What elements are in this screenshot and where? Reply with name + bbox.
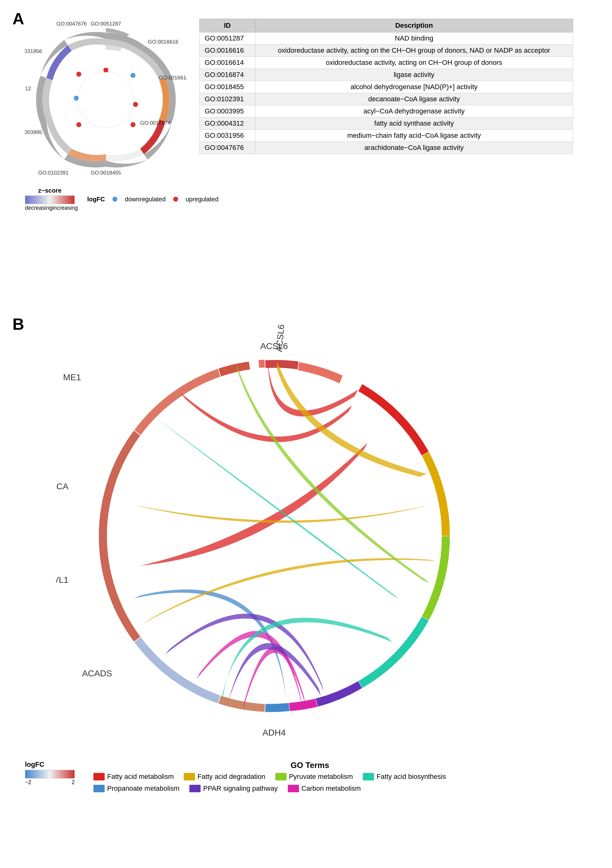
table-row: GO:0047676arachidonate−CoA ligase activi… (199, 142, 573, 154)
go-table: ID Description GO:0051287NAD bindingGO:0… (199, 19, 573, 154)
zscore-grad-labels: decreasing increasing (25, 205, 75, 211)
go-label-0102391: GO:0102391 (38, 170, 68, 176)
go-terms-label: GO Terms (291, 761, 329, 770)
legend-item-label: Propanoate metabolism (107, 784, 179, 792)
logfc-gradient-legend: logFC −2 2 (25, 761, 75, 786)
upregulated-dot (173, 197, 178, 202)
table-cell-description: arachidonate−CoA ligase activity (255, 142, 573, 154)
table-row: GO:0016616oxidoreductase activity, actin… (199, 45, 573, 57)
go-label-0016614: GO:0016614 (159, 75, 187, 81)
legend-item-label: Fatty acid metabolism (107, 773, 174, 781)
table-cell-id: GO:0016874 (199, 69, 255, 81)
logfc-gradient-bar (25, 770, 75, 778)
gene-label-elovl1: ELOVL1 (56, 575, 68, 585)
svg-point-4 (130, 122, 136, 127)
legend-color-box (288, 785, 299, 792)
legend-color-box (363, 773, 374, 780)
chord-diagram: ACSL6 ME1 ACACA ELOVL1 ACADS ADH4 ACSL6 (56, 318, 492, 754)
legend-color-box (189, 785, 201, 792)
gene-label-adh4: ADH4 (263, 728, 286, 738)
svg-point-9 (93, 355, 455, 717)
gene-label-acads: ACADS (82, 668, 112, 678)
legend-a: z−score decreasing increasing logFC down… (25, 187, 219, 211)
table-cell-description: fatty acid synthase activity (255, 118, 573, 130)
circular-go-diagram: GO:0051287 GO:0016616 GO:0016614 GO:0016… (25, 19, 187, 181)
legend-item-label: Fatty acid biosynthesis (377, 773, 446, 781)
svg-point-8 (79, 72, 133, 127)
go-label-0004312: GO:0004312 (25, 86, 31, 91)
svg-point-6 (74, 96, 79, 101)
legend-item: Fatty acid biosynthesis (363, 773, 446, 781)
legend-item: Propanoate metabolism (93, 784, 179, 792)
downregulated-label: downregulated (125, 196, 166, 203)
legend-color-box (184, 773, 195, 780)
legend-item-label: Carbon metabolism (301, 784, 361, 792)
table-cell-id: GO:0004312 (199, 118, 255, 130)
legend-color-box (275, 773, 286, 780)
downregulated-dot (113, 197, 117, 202)
legend-item-label: PPAR signaling pathway (203, 784, 278, 792)
table-cell-id: GO:0031956 (199, 130, 255, 142)
legend-color-box (93, 785, 105, 792)
go-label-0016874: GO:0016874 (140, 120, 170, 126)
table-cell-description: alcohol dehydrogenase [NAD(P)+] activity (255, 81, 573, 93)
go-label-0016616: GO:0016616 (148, 39, 178, 45)
panel-a-label: A (12, 9, 24, 28)
go-label-0003995: GO:0003995 (25, 129, 42, 135)
table-cell-description: NAD binding (255, 33, 573, 45)
gene-label-me1: ME1 (63, 372, 81, 382)
svg-point-2 (130, 73, 136, 78)
table-row: GO:0003995acyl−CoA dehydrogenase activit… (199, 105, 573, 118)
legend-item: Fatty acid degradation (184, 773, 265, 781)
logfc-b-label: logFC (25, 761, 44, 769)
zscore-gradient (25, 195, 75, 204)
table-header-id: ID (199, 19, 255, 33)
logfc-label: logFC (87, 196, 105, 203)
table-row: GO:0018455alcohol dehydrogenase [NAD(P)+… (199, 81, 573, 93)
zscore-increasing: increasing (53, 205, 78, 211)
table-cell-description: oxidoreductase activity, acting on the C… (255, 45, 573, 57)
go-label-0031956: GO:0031956 (25, 48, 42, 54)
logfc-max: 2 (72, 779, 75, 786)
table-cell-description: acyl−CoA dehydrogenase activity (255, 105, 573, 118)
table-cell-description: oxidoreductase activity, acting on CH−OH… (255, 57, 573, 69)
table-cell-id: GO:0016614 (199, 57, 255, 69)
table-row: GO:0016614oxidoreductase activity, actin… (199, 57, 573, 69)
table-row: GO:0051287NAD binding (199, 33, 573, 45)
table-row: GO:0004312fatty acid synthase activity (199, 118, 573, 130)
legend-color-box (93, 773, 105, 780)
legend-item: Carbon metabolism (288, 784, 361, 792)
panel-b-label: B (12, 315, 24, 333)
go-label-0018455: GO:0018455 (91, 170, 121, 176)
svg-point-7 (76, 72, 81, 77)
upregulated-label: upregulated (185, 196, 219, 203)
legend-item-label: Pyruvate metabolism (289, 773, 353, 781)
table-row: GO:0016874ligase activity (199, 69, 573, 81)
legend-item: Pyruvate metabolism (275, 773, 353, 781)
legend-b-items: Fatty acid metabolismFatty acid degradat… (93, 773, 530, 792)
gene-label-acaca: ACACA (56, 482, 68, 491)
go-table-container: ID Description GO:0051287NAD bindingGO:0… (199, 19, 573, 154)
zscore-label: z−score (38, 187, 61, 194)
table-cell-id: GO:0003995 (199, 105, 255, 118)
logfc-grad-labels: −2 2 (25, 779, 75, 786)
legend-item-label: Fatty acid degradation (198, 773, 265, 781)
go-label-0047676: GO:0047676 (56, 21, 87, 27)
zscore-decreasing: decreasing (25, 205, 53, 211)
logfc-min: −2 (25, 779, 31, 786)
table-row: GO:0102391decanoate−CoA ligase activity (199, 93, 573, 105)
table-cell-id: GO:0051287 (199, 33, 255, 45)
table-cell-id: GO:0102391 (199, 93, 255, 105)
table-cell-id: GO:0016616 (199, 45, 255, 57)
legend-b: logFC −2 2 GO Terms Fatty acid metabolis… (25, 761, 530, 792)
legend-item: Fatty acid metabolism (93, 773, 174, 781)
table-header-description: Description (255, 19, 573, 33)
svg-point-1 (104, 68, 108, 73)
panel-b: B (6, 312, 604, 857)
table-cell-id: GO:0018455 (199, 81, 255, 93)
legend-item: PPAR signaling pathway (189, 784, 278, 792)
table-row: GO:0031956medium−chain fatty acid−CoA li… (199, 130, 573, 142)
svg-point-5 (76, 122, 81, 127)
table-cell-description: decanoate−CoA ligase activity (255, 93, 573, 105)
logfc-legend: logFC downregulated upregulated (87, 196, 219, 203)
